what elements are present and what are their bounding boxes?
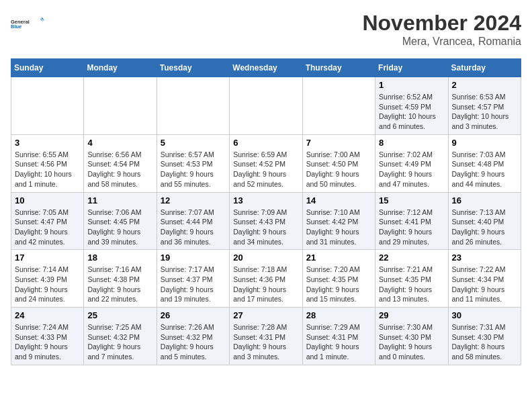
weekday-header: Friday [375, 59, 448, 77]
day-info: Sunrise: 7:28 AM Sunset: 4:31 PM Dayligh… [233, 322, 298, 362]
day-number: 3 [15, 138, 80, 148]
calendar-cell [230, 77, 302, 135]
calendar-cell: 12Sunrise: 7:07 AM Sunset: 4:44 PM Dayli… [157, 192, 229, 250]
logo: General Blue [11, 11, 44, 38]
weekday-header: Thursday [302, 59, 375, 77]
day-info: Sunrise: 7:21 AM Sunset: 4:35 PM Dayligh… [379, 265, 444, 304]
title-block: November 2024 Mera, Vrancea, Romania [362, 11, 521, 48]
calendar-cell: 28Sunrise: 7:29 AM Sunset: 4:31 PM Dayli… [302, 308, 375, 365]
weekday-header-row: SundayMondayTuesdayWednesdayThursdayFrid… [11, 59, 521, 77]
day-info: Sunrise: 7:16 AM Sunset: 4:38 PM Dayligh… [87, 265, 152, 304]
page-title: November 2024 [362, 11, 521, 36]
day-number: 25 [87, 310, 152, 320]
day-info: Sunrise: 6:53 AM Sunset: 4:57 PM Dayligh… [452, 92, 517, 132]
day-info: Sunrise: 7:26 AM Sunset: 4:32 PM Dayligh… [161, 322, 226, 362]
day-info: Sunrise: 7:24 AM Sunset: 4:33 PM Dayligh… [15, 322, 80, 362]
weekday-header: Tuesday [157, 59, 229, 77]
day-number: 5 [161, 138, 226, 148]
calendar-cell: 3Sunrise: 6:55 AM Sunset: 4:56 PM Daylig… [11, 134, 84, 192]
day-info: Sunrise: 7:05 AM Sunset: 4:47 PM Dayligh… [15, 208, 80, 247]
day-number: 20 [233, 253, 298, 263]
calendar-cell [11, 77, 84, 135]
day-number: 19 [161, 253, 226, 263]
day-info: Sunrise: 7:10 AM Sunset: 4:42 PM Dayligh… [306, 208, 371, 247]
day-number: 21 [306, 253, 371, 263]
day-number: 30 [452, 310, 517, 320]
day-number: 9 [452, 138, 517, 148]
day-info: Sunrise: 7:07 AM Sunset: 4:44 PM Dayligh… [161, 208, 226, 247]
day-number: 15 [379, 195, 444, 205]
day-number: 18 [87, 253, 152, 263]
calendar-cell: 15Sunrise: 7:12 AM Sunset: 4:41 PM Dayli… [375, 192, 448, 250]
logo-svg: General Blue [11, 11, 44, 38]
day-info: Sunrise: 7:03 AM Sunset: 4:48 PM Dayligh… [452, 150, 517, 189]
day-number: 1 [379, 80, 444, 90]
day-info: Sunrise: 7:14 AM Sunset: 4:39 PM Dayligh… [15, 265, 80, 304]
page-header: General Blue November 2024 Mera, Vrancea… [11, 11, 521, 48]
weekday-header: Sunday [11, 59, 84, 77]
day-number: 16 [452, 195, 517, 205]
calendar-week-row: 1Sunrise: 6:52 AM Sunset: 4:59 PM Daylig… [11, 77, 521, 135]
day-info: Sunrise: 7:02 AM Sunset: 4:49 PM Dayligh… [379, 150, 444, 189]
calendar-week-row: 10Sunrise: 7:05 AM Sunset: 4:47 PM Dayli… [11, 192, 521, 250]
calendar-cell: 26Sunrise: 7:26 AM Sunset: 4:32 PM Dayli… [157, 308, 229, 365]
calendar-cell [157, 77, 229, 135]
day-number: 12 [161, 195, 226, 205]
day-info: Sunrise: 7:13 AM Sunset: 4:40 PM Dayligh… [452, 208, 517, 247]
calendar-cell: 25Sunrise: 7:25 AM Sunset: 4:32 PM Dayli… [84, 308, 157, 365]
calendar-cell: 22Sunrise: 7:21 AM Sunset: 4:35 PM Dayli… [375, 250, 448, 308]
day-info: Sunrise: 7:00 AM Sunset: 4:50 PM Dayligh… [306, 150, 371, 189]
calendar-cell: 30Sunrise: 7:31 AM Sunset: 4:30 PM Dayli… [448, 308, 521, 365]
svg-text:Blue: Blue [11, 24, 21, 30]
day-info: Sunrise: 7:12 AM Sunset: 4:41 PM Dayligh… [379, 208, 444, 247]
calendar-cell: 2Sunrise: 6:53 AM Sunset: 4:57 PM Daylig… [448, 77, 521, 135]
day-info: Sunrise: 7:31 AM Sunset: 4:30 PM Dayligh… [452, 322, 517, 362]
calendar-cell [302, 77, 375, 135]
calendar-table: SundayMondayTuesdayWednesdayThursdayFrid… [11, 58, 521, 365]
day-info: Sunrise: 7:20 AM Sunset: 4:35 PM Dayligh… [306, 265, 371, 304]
day-number: 28 [306, 310, 371, 320]
calendar-cell: 7Sunrise: 7:00 AM Sunset: 4:50 PM Daylig… [302, 134, 375, 192]
day-info: Sunrise: 7:30 AM Sunset: 4:30 PM Dayligh… [379, 322, 444, 362]
calendar-cell: 4Sunrise: 6:56 AM Sunset: 4:54 PM Daylig… [84, 134, 157, 192]
calendar-cell: 24Sunrise: 7:24 AM Sunset: 4:33 PM Dayli… [11, 308, 84, 365]
day-number: 27 [233, 310, 298, 320]
day-number: 24 [15, 310, 80, 320]
day-info: Sunrise: 7:06 AM Sunset: 4:45 PM Dayligh… [87, 208, 152, 247]
calendar-cell: 6Sunrise: 6:59 AM Sunset: 4:52 PM Daylig… [230, 134, 302, 192]
calendar-week-row: 3Sunrise: 6:55 AM Sunset: 4:56 PM Daylig… [11, 134, 521, 192]
calendar-cell: 19Sunrise: 7:17 AM Sunset: 4:37 PM Dayli… [157, 250, 229, 308]
calendar-cell: 14Sunrise: 7:10 AM Sunset: 4:42 PM Dayli… [302, 192, 375, 250]
day-number: 23 [452, 253, 517, 263]
day-number: 7 [306, 138, 371, 148]
day-info: Sunrise: 7:22 AM Sunset: 4:34 PM Dayligh… [452, 265, 517, 304]
day-number: 11 [87, 195, 152, 205]
calendar-week-row: 24Sunrise: 7:24 AM Sunset: 4:33 PM Dayli… [11, 308, 521, 365]
calendar-cell: 17Sunrise: 7:14 AM Sunset: 4:39 PM Dayli… [11, 250, 84, 308]
calendar-cell: 23Sunrise: 7:22 AM Sunset: 4:34 PM Dayli… [448, 250, 521, 308]
calendar-cell: 18Sunrise: 7:16 AM Sunset: 4:38 PM Dayli… [84, 250, 157, 308]
day-number: 6 [233, 138, 298, 148]
day-number: 14 [306, 195, 371, 205]
calendar-cell [84, 77, 157, 135]
day-info: Sunrise: 6:59 AM Sunset: 4:52 PM Dayligh… [233, 150, 298, 189]
day-number: 2 [452, 80, 517, 90]
day-number: 4 [87, 138, 152, 148]
page-subtitle: Mera, Vrancea, Romania [362, 36, 521, 48]
day-info: Sunrise: 7:29 AM Sunset: 4:31 PM Dayligh… [306, 322, 371, 362]
day-number: 13 [233, 195, 298, 205]
weekday-header: Wednesday [230, 59, 302, 77]
day-info: Sunrise: 6:52 AM Sunset: 4:59 PM Dayligh… [379, 92, 444, 132]
calendar-cell: 27Sunrise: 7:28 AM Sunset: 4:31 PM Dayli… [230, 308, 302, 365]
calendar-cell: 5Sunrise: 6:57 AM Sunset: 4:53 PM Daylig… [157, 134, 229, 192]
calendar-cell: 21Sunrise: 7:20 AM Sunset: 4:35 PM Dayli… [302, 250, 375, 308]
calendar-week-row: 17Sunrise: 7:14 AM Sunset: 4:39 PM Dayli… [11, 250, 521, 308]
calendar-cell: 29Sunrise: 7:30 AM Sunset: 4:30 PM Dayli… [375, 308, 448, 365]
day-number: 10 [15, 195, 80, 205]
day-info: Sunrise: 6:57 AM Sunset: 4:53 PM Dayligh… [161, 150, 226, 189]
day-number: 29 [379, 310, 444, 320]
day-info: Sunrise: 6:56 AM Sunset: 4:54 PM Dayligh… [87, 150, 152, 189]
day-info: Sunrise: 6:55 AM Sunset: 4:56 PM Dayligh… [15, 150, 80, 189]
day-number: 26 [161, 310, 226, 320]
calendar-cell: 1Sunrise: 6:52 AM Sunset: 4:59 PM Daylig… [375, 77, 448, 135]
